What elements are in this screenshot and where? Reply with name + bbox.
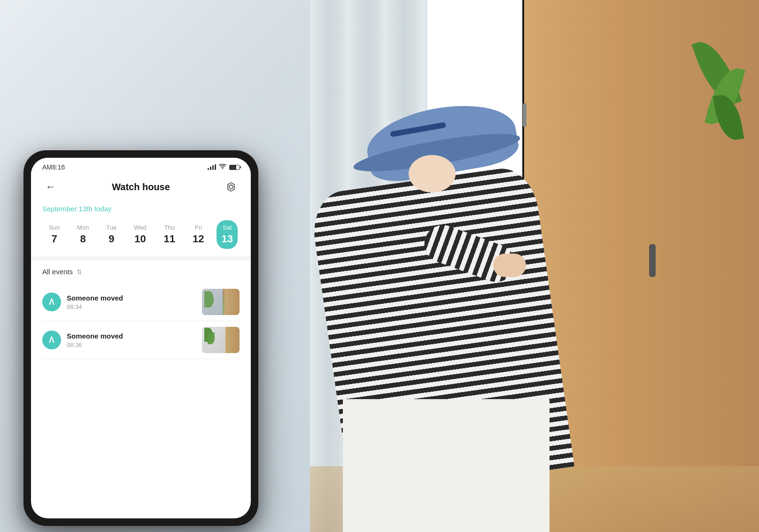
- settings-button[interactable]: [223, 178, 240, 195]
- day-name-tue: Tue: [106, 224, 116, 231]
- app-title: Watch house: [112, 182, 170, 193]
- person-head: [409, 155, 456, 193]
- date-label: September 13th today: [42, 205, 240, 213]
- day-num-thu: 11: [164, 233, 175, 245]
- events-section: All events ⇅ Λ Someone moved 08:34: [31, 260, 251, 367]
- person-hand: [493, 254, 526, 277]
- event-thumbnail-1[interactable]: [202, 289, 240, 315]
- motion-icon-2: Λ: [49, 335, 54, 345]
- sort-icon[interactable]: ⇅: [77, 268, 82, 276]
- event-avatar-2: Λ: [42, 331, 61, 349]
- day-name-mon: Mon: [77, 224, 89, 231]
- day-item-sun[interactable]: Sun 7: [44, 220, 64, 249]
- day-item-thu[interactable]: Thu 11: [159, 220, 180, 249]
- event-card-1[interactable]: Λ Someone moved 08:34: [42, 283, 240, 321]
- signal-icon: [208, 164, 216, 170]
- day-item-fri[interactable]: Fri 12: [188, 220, 209, 249]
- back-button[interactable]: ←: [42, 178, 59, 195]
- phone-screen: AM8:16: [31, 158, 251, 518]
- day-item-wed[interactable]: Wed 10: [129, 220, 151, 249]
- thumb-image-2: [202, 327, 240, 353]
- day-item-tue[interactable]: Tue 9: [101, 220, 121, 249]
- person-lower-body: [343, 399, 550, 532]
- event-thumbnail-2[interactable]: [202, 327, 240, 353]
- day-name-sat: Sat: [223, 224, 232, 231]
- day-num-tue: 9: [108, 233, 114, 245]
- event-time-1: 08:34: [67, 303, 196, 310]
- day-num-sat: 13: [221, 233, 232, 245]
- events-header: All events ⇅: [42, 268, 240, 276]
- battery-icon: [229, 165, 240, 170]
- svg-point-0: [229, 185, 233, 189]
- day-num-fri: 12: [193, 233, 204, 245]
- day-name-fri: Fri: [195, 224, 202, 231]
- day-name-wed: Wed: [134, 224, 147, 231]
- day-name-sun: Sun: [49, 224, 60, 231]
- door-handle: [649, 244, 656, 277]
- event-info-2: Someone moved 08:36: [67, 332, 196, 348]
- date-section: September 13th today Sun 7 Mon 8 Tue 9: [31, 201, 251, 256]
- section-divider: [31, 256, 251, 260]
- app-header: ← Watch house: [31, 175, 251, 201]
- event-info-1: Someone moved 08:34: [67, 294, 196, 310]
- day-item-sat[interactable]: Sat 13: [217, 220, 237, 249]
- plant-decoration: [693, 38, 750, 178]
- wifi-icon: [219, 164, 226, 171]
- day-item-mon[interactable]: Mon 8: [72, 220, 93, 249]
- event-card-2[interactable]: Λ Someone moved 08:36: [42, 321, 240, 359]
- day-selector: Sun 7 Mon 8 Tue 9 Wed 10: [42, 220, 240, 249]
- event-title-2: Someone moved: [67, 332, 196, 340]
- event-time-2: 08:36: [67, 341, 196, 348]
- day-name-thu: Thu: [164, 224, 175, 231]
- event-avatar-1: Λ: [42, 293, 61, 311]
- status-icons: [208, 164, 240, 171]
- event-title-1: Someone moved: [67, 294, 196, 302]
- thumb-image-1: [202, 289, 240, 315]
- phone-body: AM8:16: [23, 150, 258, 526]
- phone-device: AM8:16: [23, 150, 258, 526]
- motion-icon-1: Λ: [49, 297, 54, 307]
- day-num-sun: 7: [51, 233, 57, 245]
- day-num-mon: 8: [80, 233, 86, 245]
- door-hinge-top: [523, 103, 527, 127]
- day-num-wed: 10: [134, 233, 146, 245]
- status-bar: AM8:16: [31, 158, 251, 175]
- status-time: AM8:16: [42, 163, 65, 171]
- hex-settings-icon: [225, 180, 238, 193]
- events-label: All events: [42, 268, 73, 276]
